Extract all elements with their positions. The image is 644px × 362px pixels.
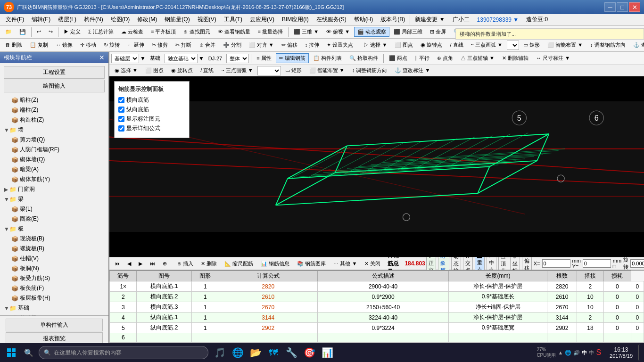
sidebar-item-foundation[interactable]: ▼ 📁 基础 <box>0 303 108 313</box>
draw-shape-select[interactable] <box>257 66 281 75</box>
btn-align-top[interactable]: ≡ 平齐板顶 <box>148 27 179 37</box>
btn-smart-layout[interactable]: ⬜ 智能布置 ▼ <box>306 66 348 75</box>
minimize-button[interactable]: ─ <box>604 2 616 12</box>
taskbar-app-3[interactable]: 📂 <box>247 344 264 361</box>
btn-extend[interactable]: ← 延伸 <box>124 40 148 50</box>
sidebar-item-end-col[interactable]: 📦 端柱(Z) <box>0 105 108 115</box>
btn-auto-layout[interactable]: ⬜ 智能布置 ▼ <box>544 40 586 50</box>
menu-floor[interactable]: 楼层(L) <box>54 15 80 25</box>
btn-pick-comp[interactable]: 🔍 拾取构件 <box>346 53 381 63</box>
btn-edit-rebar[interactable]: ✏ 编辑钢筋 <box>276 53 309 63</box>
shape-select[interactable] <box>507 41 519 50</box>
checkbox-show-anno[interactable] <box>118 116 124 122</box>
btn-property[interactable]: ≡ 属性 <box>253 53 274 63</box>
btn-nav-prev[interactable]: ◀ <box>124 259 134 268</box>
menu-help[interactable]: 帮助(H) <box>350 15 377 25</box>
table-row[interactable]: 3 横向底筋.3 1 2670 2150+560-40 净长+锚固-保护层 26… <box>110 302 644 313</box>
sidebar-item-struct-col[interactable]: 📦 构造柱(Z) <box>0 115 108 125</box>
btn-other[interactable]: ⋯ 其他 ▼ <box>330 259 360 269</box>
taskbar-app-1[interactable]: 🎵 <box>211 344 228 361</box>
table-row[interactable]: 1× 横向底筋.1 1 2820 2900-40-40 净长-保护层-保护层 2… <box>110 281 644 292</box>
tray-input-method[interactable]: 中 <box>582 349 587 356</box>
comp-type-select[interactable]: 独立基础 <box>165 54 198 63</box>
btn-rebar-delete[interactable]: ✕ 删除 <box>198 259 220 269</box>
sidebar-item-shear-wall[interactable]: 📦 剪力墙(Q) <box>0 135 108 145</box>
sidebar-item-slab-neg[interactable]: 📦 板负筋(F) <box>0 283 108 293</box>
btn-draw-line[interactable]: / 直线 <box>197 66 217 75</box>
btn-rect[interactable]: ▭ 矩形 <box>520 40 543 50</box>
floor-select[interactable]: 基础层 <box>111 54 139 63</box>
btn-parallel[interactable]: ∥ 平行 <box>412 53 433 63</box>
checkbox-horiz-bot[interactable] <box>118 97 124 103</box>
btn-rebar-lib[interactable]: 📚 钢筋图库 <box>294 259 329 269</box>
tray-volume[interactable]: 🔊 <box>573 350 580 356</box>
maximize-button[interactable]: □ <box>617 2 628 12</box>
menu-tools[interactable]: 工具(T) <box>220 15 246 25</box>
btn-draw-arc[interactable]: ~ 三点画弧 ▼ <box>218 66 256 75</box>
btn-scale-rebar[interactable]: 📐 缩尺配筋 <box>221 259 256 269</box>
sidebar-item-masonry-rebar[interactable]: 📦 砌体加筋(Y) <box>0 174 108 184</box>
btn-close-rebar[interactable]: ✕ 关闭 <box>361 259 384 269</box>
close-button[interactable]: ✕ <box>629 2 640 12</box>
btn-draw-input[interactable]: 绘图输入 <box>4 80 105 92</box>
btn-batch-select[interactable]: ≡ 批量选择 <box>255 27 286 37</box>
btn-save[interactable]: 💾 <box>16 27 29 36</box>
sidebar-item-cast-slab[interactable]: 📦 现浇板(B) <box>0 234 108 244</box>
sidebar-item-dark-beam[interactable]: 📦 暗梁(A) <box>0 165 108 174</box>
start-button[interactable] <box>2 344 21 361</box>
btn-nav-next[interactable]: ▶ <box>135 259 146 268</box>
menu-edit[interactable]: 编辑(E) <box>28 15 54 25</box>
taskbar-app-5[interactable]: 🔧 <box>283 344 300 361</box>
menu-file[interactable]: 文件(F) <box>2 15 28 25</box>
sidebar-item-masonry-wall[interactable]: 📦 砌体墙(Q) <box>0 155 108 165</box>
btn-two-points[interactable]: ⬛ 两点 <box>386 53 411 63</box>
btn-stretch[interactable]: ↕ 拉伸 <box>302 40 323 50</box>
tray-arrow[interactable]: ▲ <box>558 350 563 355</box>
taskbar-app-2[interactable]: 🌐 <box>229 344 246 361</box>
menu-coins[interactable]: 造价豆:0 <box>522 15 552 25</box>
btn-three-pt-axis[interactable]: △ 三点辅轴 ▼ <box>457 53 498 63</box>
menu-new-change[interactable]: 新建变更 ▼ <box>411 15 448 25</box>
rebar-table-wrap[interactable]: 筋号 图号 图形 计算公式 公式描述 长度(mm) 根数 搭接 损耗 <box>109 271 644 342</box>
btn-draw-select[interactable]: ◉ 选择 ▼ <box>111 66 141 75</box>
btn-comp-list[interactable]: 📋 构件列表 <box>310 53 345 63</box>
search-button[interactable]: 🔍 <box>22 344 36 361</box>
menu-assistant[interactable]: 广小二 <box>449 15 473 25</box>
btn-merge[interactable]: ⊕ 合并 <box>196 40 219 50</box>
btn-single-component[interactable]: 单构件输入 <box>6 319 103 331</box>
btn-delete[interactable]: 🗑 删除 <box>2 40 25 50</box>
menu-cloud[interactable]: 云应用(V) <box>246 15 278 25</box>
checkbox-vert-bot[interactable] <box>118 107 124 113</box>
btn-grid-point[interactable]: ⬜ 图点 <box>391 40 416 50</box>
table-row[interactable]: 2 横向底筋.2 1 2610 0.9*2900 0.9*基础底长 2610 1… <box>110 292 644 302</box>
menu-version[interactable]: 版本号(B) <box>377 15 409 25</box>
btn-nav-last[interactable]: ⏭ <box>147 259 158 268</box>
taskbar-app-6[interactable]: 🎯 <box>301 344 318 361</box>
sidebar-item-slab-hole[interactable]: 📦 板洞(N) <box>0 263 108 273</box>
btn-chk-anno[interactable]: ⚓ 查改标注 ▼ <box>391 66 433 75</box>
btn-rotate-point[interactable]: ◉ 旋转点 <box>417 40 446 50</box>
btn-top-view[interactable]: 👁 俯视 ▼ <box>323 27 353 37</box>
table-row[interactable]: 6 <box>110 333 644 342</box>
btn-nav-first[interactable]: ⏮ <box>111 259 123 268</box>
btn-split[interactable]: ➗ 分割 <box>220 40 245 50</box>
btn-check-annotation[interactable]: ⚓ 查改标注 ▼ <box>630 40 644 50</box>
btn-adjust-dir[interactable]: ↕ 调整钢筋方向 <box>587 40 629 50</box>
btn-break[interactable]: ✂ 打断 <box>172 40 195 50</box>
sidebar-item-ring-beam[interactable]: 📦 圈梁(E) <box>0 214 108 224</box>
menu-modify[interactable]: 修改(M) <box>133 15 161 25</box>
btn-rebar-info[interactable]: 📊 钢筋信息 <box>257 259 293 269</box>
btn-open[interactable]: 📁 <box>2 27 15 36</box>
sidebar-item-beam-l[interactable]: 📦 梁(L) <box>0 204 108 214</box>
btn-draw-gridpt[interactable]: ⬜ 图点 <box>142 66 167 75</box>
sidebar-item-beam[interactable]: ▼ 📁 梁 <box>0 194 108 204</box>
viewport[interactable]: 5 6 钢筋显示控制面板 横向底筋 纵向底筋 <box>109 76 644 257</box>
x-input[interactable] <box>542 259 570 268</box>
btn-adj-dir[interactable]: ↕ 调整钢筋方向 <box>349 66 391 75</box>
btn-trim[interactable]: ✂ 修剪 <box>149 40 171 50</box>
sidebar-item-slab-band[interactable]: 📦 板层板带(H) <box>0 293 108 303</box>
btn-move[interactable]: ✛ 移动 <box>77 40 99 50</box>
sidebar-item-door-window[interactable]: ▶ 📁 门窗洞 <box>0 184 108 194</box>
checkbox-show-formula[interactable] <box>118 125 124 132</box>
view-mode-select[interactable]: 整体 <box>226 54 249 63</box>
